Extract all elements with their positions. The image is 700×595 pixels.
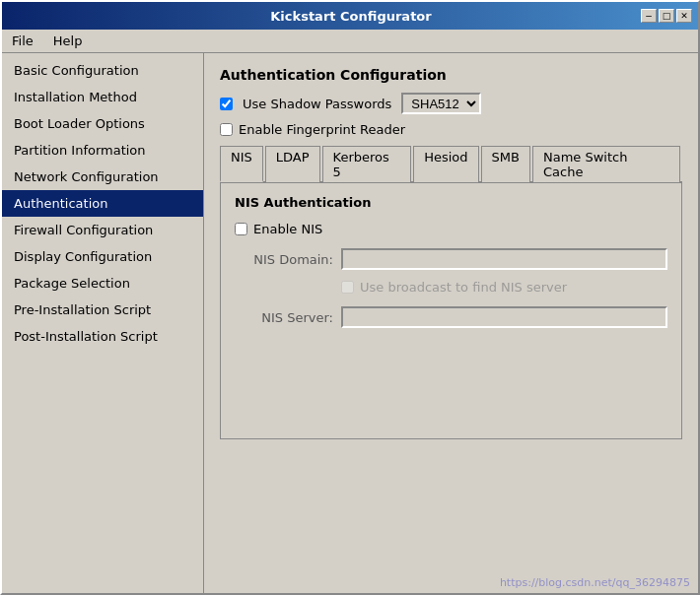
- nis-server-label: NIS Server:: [235, 310, 333, 325]
- enable-nis-label: Enable NIS: [253, 222, 322, 236]
- shadow-checkbox[interactable]: [220, 98, 233, 110]
- close-button[interactable]: ✕: [676, 9, 692, 23]
- sidebar-item[interactable]: Boot Loader Options: [2, 110, 203, 137]
- sidebar-item[interactable]: Post-Installation Script: [2, 323, 203, 350]
- broadcast-label: Use broadcast to find NIS server: [360, 280, 567, 295]
- tab-content: NIS Authentication Enable NIS NIS Domain…: [220, 183, 682, 439]
- menu-file[interactable]: File: [8, 33, 37, 49]
- algorithm-select[interactable]: SHA512SHA256MD5: [401, 93, 481, 114]
- tab-nis[interactable]: NIS: [220, 146, 263, 182]
- fingerprint-row: Enable Fingerprint Reader: [220, 122, 682, 137]
- sidebar: Basic ConfigurationInstallation MethodBo…: [2, 53, 204, 593]
- sidebar-item[interactable]: Pre-Installation Script: [2, 297, 203, 323]
- sidebar-item[interactable]: Installation Method: [2, 84, 203, 110]
- nis-domain-label: NIS Domain:: [235, 252, 333, 267]
- enable-nis-checkbox[interactable]: [235, 223, 247, 235]
- fingerprint-checkbox[interactable]: [220, 123, 233, 136]
- title-bar: Kickstart Configurator − □ ✕: [2, 2, 698, 30]
- watermark: https://blog.csdn.net/qq_36294875: [500, 576, 690, 589]
- main-window: Kickstart Configurator − □ ✕ File Help B…: [0, 0, 700, 595]
- menu-help[interactable]: Help: [49, 33, 87, 49]
- nis-server-row: NIS Server:: [235, 306, 667, 328]
- shadow-passwords-row: Use Shadow Passwords SHA512SHA256MD5: [220, 93, 682, 114]
- tab-bar: NISLDAPKerberos 5HesiodSMBName Switch Ca…: [220, 145, 682, 183]
- fingerprint-label: Enable Fingerprint Reader: [239, 122, 405, 137]
- tab-hesiod[interactable]: Hesiod: [413, 146, 478, 182]
- section-title: Authentication Configuration: [220, 67, 682, 83]
- menu-bar: File Help: [2, 30, 698, 53]
- nis-domain-input[interactable]: [341, 248, 667, 270]
- sidebar-item[interactable]: Basic Configuration: [2, 57, 203, 84]
- enable-nis-row: Enable NIS: [235, 222, 667, 236]
- nis-domain-row: NIS Domain:: [235, 248, 667, 270]
- shadow-label: Use Shadow Passwords: [243, 97, 391, 111]
- maximize-button[interactable]: □: [659, 9, 674, 23]
- sidebar-item[interactable]: Network Configuration: [2, 164, 203, 190]
- main-panel: Authentication Configuration Use Shadow …: [204, 53, 698, 593]
- sidebar-item[interactable]: Authentication: [2, 190, 203, 217]
- tab-name-switch-cache[interactable]: Name Switch Cache: [532, 146, 680, 182]
- broadcast-checkbox[interactable]: [341, 281, 354, 294]
- sidebar-item[interactable]: Firewall Configuration: [2, 217, 203, 243]
- sidebar-item[interactable]: Partition Information: [2, 137, 203, 164]
- sidebar-item[interactable]: Display Configuration: [2, 243, 203, 270]
- broadcast-row: Use broadcast to find NIS server: [341, 280, 667, 295]
- nis-server-input[interactable]: [341, 306, 667, 328]
- content-area: Basic ConfigurationInstallation MethodBo…: [2, 53, 698, 593]
- tab-kerberos-5[interactable]: Kerberos 5: [322, 146, 412, 182]
- nis-section-title: NIS Authentication: [235, 195, 667, 210]
- minimize-button[interactable]: −: [641, 9, 657, 23]
- sidebar-item[interactable]: Package Selection: [2, 270, 203, 297]
- title-bar-buttons: − □ ✕: [641, 9, 692, 23]
- tabs-container: NISLDAPKerberos 5HesiodSMBName Switch Ca…: [220, 145, 682, 439]
- tab-smb[interactable]: SMB: [481, 146, 530, 182]
- window-title: Kickstart Configurator: [61, 9, 641, 24]
- tab-ldap[interactable]: LDAP: [265, 146, 320, 182]
